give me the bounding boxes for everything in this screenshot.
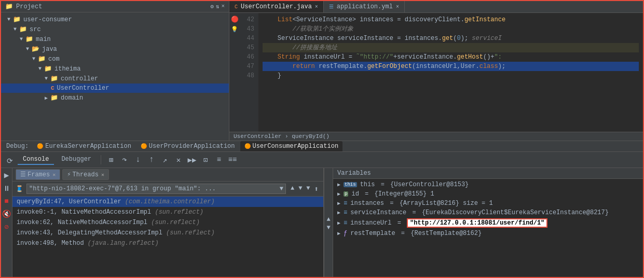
eureka-app-icon: 🟠 [37,143,43,149]
scroll-up-icon[interactable]: ▲ [326,216,330,223]
tab-threads[interactable]: ⚡ Threads ✕ [62,169,109,180]
restore-layout-btn[interactable]: ⊞ [105,154,117,165]
yaml-icon: ☰ [329,4,334,10]
breakpoint-icon[interactable]: 🔴 [231,16,239,23]
layout2-btn[interactable]: ≡≡ [227,154,238,165]
settings2-btn[interactable]: ⊘ [4,223,8,231]
restart-button[interactable]: ⟳ [4,155,16,166]
filter-btn[interactable]: ▼ [305,184,311,194]
frame-item-3[interactable]: invoke:43, DelegatingMethodAccessorImpl … [12,228,323,238]
close-panel-icon[interactable]: × [221,3,225,10]
frame-item-2[interactable]: invoke:62, NativeMethodAccessorImpl (sun… [12,217,323,228]
var-equals: = [398,230,409,237]
tree-item-src[interactable]: ▼ 📁 src [1,24,229,34]
pause-btn[interactable]: ⏸ [3,185,10,193]
folder-icon: 📁 [38,55,46,63]
resume-btn[interactable]: ▶ [4,170,9,180]
code-line-45: //拼接服务地址 [263,43,639,52]
line-num-46: 46 [240,52,254,62]
tree-label: user-consumer [23,16,72,23]
run-cursor-btn[interactable]: ↗ [159,154,171,165]
debug-side-buttons: ⟳ [4,153,16,166]
var-item-id[interactable]: ▶ p id = {Integer@8155} 1 [333,189,643,199]
var-icon: ≡ [344,200,347,207]
frame-item-4[interactable]: invoke:498, Method (java.lang.reflect) [12,238,323,248]
project-panel-header: 📁 Project ⚙ ⇅ × [1,1,229,12]
frames-close-icon[interactable]: ✕ [52,172,56,178]
tab-application-yml[interactable]: ☰ application.yml × [324,1,405,12]
thread-name: "http-nio-18082-exec-7"@7,613 in group "… [29,185,216,192]
variables-header: Variables [333,168,643,179]
frame-label-4: invoke:498, Method (java.lang.reflect) [17,240,159,247]
mute-btn[interactable]: 🔇 [2,210,11,218]
debug-session-consumer[interactable]: 🟠 UserConsumerApplication [240,141,343,151]
var-item-serviceinstance[interactable]: ▶ ≡ serviceInstance = {EurekaDiscoveryCl… [333,208,643,217]
scroll-down-icon[interactable]: ▼ [326,224,330,231]
expand-var-icon: ▶ [337,182,340,188]
frame-item-1[interactable]: invoke0:-1, NativeMethodAccessorImpl (su… [12,207,323,217]
export-btn[interactable]: ⬆ [313,184,320,194]
stop-btn[interactable]: ■ [4,197,8,205]
var-value-serviceinstance: {EurekaDiscoveryClient$EurekaServiceInst… [422,209,609,216]
arrow-down-icon: ▼ [13,26,17,32]
close-tab-icon[interactable]: × [396,4,399,10]
tree-item-controller[interactable]: ▼ 📁 controller [1,74,229,84]
frames-label: Frames [28,171,50,178]
arrow-down-icon: ▼ [20,36,23,42]
var-item-this[interactable]: ▶ this this = {UserController@8153} [333,180,643,189]
tree-label: controller [61,75,98,82]
var-equals: = [408,209,420,216]
tree-item-user-consumer[interactable]: ▼ 📁 user-consumer [1,15,229,24]
step-out-btn[interactable]: ↑ [146,154,157,165]
frame-label-3: invoke:43, DelegatingMethodAccessorImpl … [17,229,215,237]
tree-label: com [48,55,60,63]
step-over-btn[interactable]: ↷ [119,154,130,165]
tab-frames[interactable]: ☰ Frames ✕ [16,169,60,180]
prev-thread-btn[interactable]: ▲ [289,184,296,194]
next-thread-btn[interactable]: ▼ [297,184,304,194]
editor-panel: C UserController.java × ☰ application.ym… [229,1,643,141]
panel-header-icons: ⚙ ⇅ × [210,3,225,10]
expand-icon[interactable]: ⇅ [216,3,220,10]
code-line-47: return restTemplate.getForObject(instanc… [263,62,639,71]
gear-icon[interactable]: ⚙ [210,3,214,10]
java-file-icon: C [51,85,54,91]
tree-item-com[interactable]: ▼ 📁 com [1,54,229,64]
tab-usercontroller[interactable]: C UserController.java × [229,1,324,12]
arrow-down-icon: ▼ [32,56,35,62]
close-tab-icon[interactable]: × [315,4,318,10]
debug-session-eureka[interactable]: 🟠 EurekaServerApplication [33,141,135,151]
var-item-instanceurl[interactable]: ▶ ≡ instanceUrl = "http://127.0.0.1:1808… [333,217,643,229]
debug-session-provider[interactable]: 🟠 UserProviderApplication [136,141,239,151]
threads-close-icon[interactable]: ✕ [101,172,104,178]
p-badge: p [344,191,348,197]
tree-item-usercontroller[interactable]: C UserController [1,84,229,93]
tree-item-domain[interactable]: ▶ 📁 domain [1,93,229,103]
var-item-instances[interactable]: ▶ ≡ instances = {ArrayList@8216} size = … [333,199,643,208]
frame-item-0[interactable]: queryById:47, UserController (com.itheim… [12,197,323,207]
tab-console[interactable]: Console [18,155,54,165]
thread-dropdown[interactable]: "http-nio-18082-exec-7"@7,613 in group "… [26,184,286,194]
tree-label: src [30,26,41,33]
layout1-btn[interactable]: ≡ [213,154,225,165]
evaluate-btn[interactable]: ✕ [173,154,184,165]
var-item-resttemplate[interactable]: ▶ ƒ restTemplate = {RestTemplate@8162} [333,229,643,238]
settings-btn[interactable]: ⊡ [200,154,211,165]
tree-item-itheima[interactable]: ▼ 📁 itheima [1,64,229,74]
tab-bar: C UserController.java × ☰ application.ym… [229,1,643,13]
tree-item-java[interactable]: ▼ 📂 java [1,44,229,54]
code-content[interactable]: List<ServiceInstance> instances = discov… [258,13,643,132]
var-value-id: {Integer@8155} 1 [374,190,434,198]
arrow-down-icon: ▼ [7,17,10,22]
tree-item-main[interactable]: ▼ 📁 main [1,34,229,44]
var-name-instanceurl: instanceUrl [350,219,391,227]
tab-debugger[interactable]: Debugger [56,155,97,165]
frames-btn[interactable]: ▶▶ [186,154,198,165]
expand-var-icon: ▶ [337,210,340,216]
provider-app-icon: 🟠 [141,143,147,149]
thread-selector: 🧵 "http-nio-18082-exec-7"@7,613 in group… [12,182,323,197]
line-numbers: 42 43 44 45 46 47 48 [240,13,258,132]
this-badge: this [344,182,357,187]
step-into-btn[interactable]: ↓ [132,154,144,165]
debug-body: ▶ ⏸ ■ 🔇 ⊘ ☰ Frames ✕ ⚡ Threads ✕ [1,168,643,278]
